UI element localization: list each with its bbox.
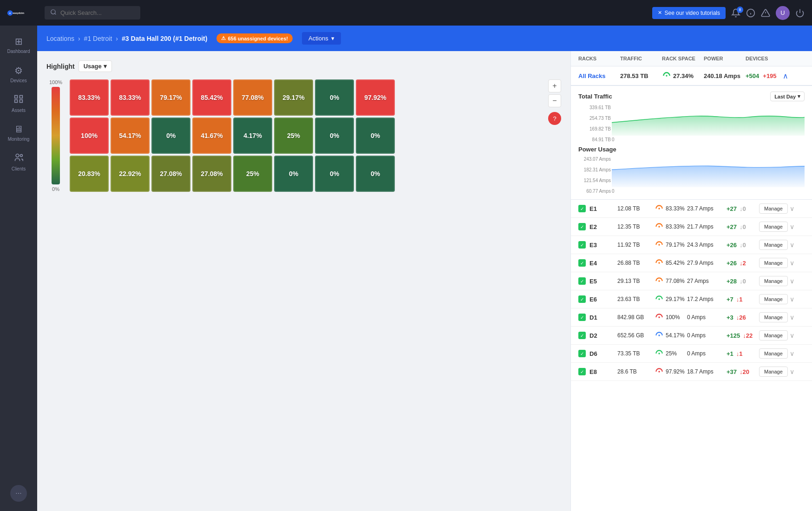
video-tutorials-button[interactable]: ✕ See our video tutorials bbox=[652, 7, 726, 19]
heatmap-cell-0-2[interactable]: 79.17% bbox=[151, 79, 190, 116]
all-racks-collapse-button[interactable]: ∧ bbox=[783, 72, 788, 80]
sidebar-item-assets[interactable]: Assets bbox=[0, 89, 37, 118]
rack-row-e4[interactable]: ✓ E4 26.88 TB 85.42% 27.9 Amps +26 ↓2 Ma… bbox=[571, 254, 812, 272]
breadcrumb-detroit[interactable]: #1 Detroit bbox=[84, 35, 112, 42]
rack-id-e6: E6 bbox=[589, 296, 617, 303]
manage-button-e2[interactable]: Manage bbox=[759, 222, 788, 232]
rack-expand-icon-e3[interactable]: ∨ bbox=[790, 241, 794, 249]
sidebar-item-monitoring[interactable]: 🖥 Monitoring bbox=[0, 118, 37, 147]
rack-expand-icon-e2[interactable]: ∨ bbox=[790, 223, 794, 230]
manage-button-d2[interactable]: Manage bbox=[759, 330, 788, 341]
rack-power-e4: 27.9 Amps bbox=[687, 260, 727, 266]
rack-checkbox-d6[interactable]: ✓ bbox=[578, 350, 586, 357]
rack-checkbox-e5[interactable]: ✓ bbox=[578, 277, 586, 285]
rack-traffic-pct-e1: 83.33% bbox=[655, 204, 687, 213]
heatmap-cell-1-6[interactable]: 0% bbox=[315, 118, 354, 154]
rack-row-e6[interactable]: ✓ E6 23.63 TB 29.17% 17.2 Amps +7 ↓1 Man… bbox=[571, 290, 812, 308]
manage-button-e4[interactable]: Manage bbox=[759, 258, 788, 268]
breadcrumb-locations[interactable]: Locations bbox=[46, 35, 74, 42]
rack-expand-icon-e8[interactable]: ∨ bbox=[790, 368, 794, 375]
warning-icon[interactable] bbox=[761, 8, 770, 18]
sidebar-item-devices[interactable]: ⚙ Devices bbox=[0, 59, 37, 89]
sidebar-more-button[interactable]: ··· bbox=[10, 485, 27, 502]
avatar[interactable]: U bbox=[776, 6, 790, 20]
heatmap-cell-2-3[interactable]: 27.08% bbox=[192, 156, 231, 192]
rack-expand-icon-e5[interactable]: ∨ bbox=[790, 277, 794, 285]
heatmap-cell-1-3[interactable]: 41.67% bbox=[192, 118, 231, 154]
rack-checkbox-e3[interactable]: ✓ bbox=[578, 241, 586, 249]
heatmap-cell-2-0[interactable]: 20.83% bbox=[70, 156, 109, 192]
manage-button-e6[interactable]: Manage bbox=[759, 294, 788, 304]
heatmap-cell-0-6[interactable]: 0% bbox=[315, 79, 354, 116]
rack-id-d1: D1 bbox=[589, 314, 617, 321]
heatmap-cell-0-3[interactable]: 85.42% bbox=[192, 79, 231, 116]
rack-checkbox-e8[interactable]: ✓ bbox=[578, 368, 586, 375]
rack-traffic-e6: 23.63 TB bbox=[617, 296, 655, 302]
manage-button-d6[interactable]: Manage bbox=[759, 348, 788, 359]
heatmap-cell-2-7[interactable]: 0% bbox=[356, 156, 395, 192]
help-button[interactable]: ? bbox=[548, 112, 561, 125]
rack-checkbox-e1[interactable]: ✓ bbox=[578, 205, 586, 212]
rack-checkbox-d1[interactable]: ✓ bbox=[578, 314, 586, 321]
zoom-out-button[interactable]: − bbox=[548, 94, 561, 107]
rack-expand-icon-e6[interactable]: ∨ bbox=[790, 295, 794, 303]
heatmap-cell-2-2[interactable]: 27.08% bbox=[151, 156, 190, 192]
period-select[interactable]: Last Day ▾ bbox=[770, 92, 805, 101]
sidebar-item-dashboard[interactable]: ⊞ Dashboard bbox=[0, 30, 37, 59]
heatmap-cell-1-1[interactable]: 54.17% bbox=[111, 118, 150, 154]
rack-traffic-e1: 12.08 TB bbox=[617, 205, 655, 212]
heatmap-cell-0-0[interactable]: 83.33% bbox=[70, 79, 109, 116]
heatmap-cell-2-4[interactable]: 25% bbox=[233, 156, 272, 192]
rack-row-e2[interactable]: ✓ E2 12.35 TB 83.33% 21.7 Amps +27 ↓0 Ma… bbox=[571, 218, 812, 236]
heatmap-cell-2-6[interactable]: 0% bbox=[315, 156, 354, 192]
rack-expand-icon-d6[interactable]: ∨ bbox=[790, 350, 794, 357]
unassigned-devices-alert[interactable]: ⚠ 656 unassigned devices! bbox=[216, 33, 293, 43]
heatmap-cell-2-5[interactable]: 0% bbox=[274, 156, 313, 192]
heatmap-cell-0-5[interactable]: 29.17% bbox=[274, 79, 313, 116]
rack-checkbox-e2[interactable]: ✓ bbox=[578, 223, 586, 230]
heatmap-cell-0-4[interactable]: 77.08% bbox=[233, 79, 272, 116]
highlight-select[interactable]: Usage ▾ bbox=[79, 60, 112, 72]
all-racks-row[interactable]: All Racks 278.53 TB 27.34% 240.18 Amps bbox=[571, 66, 812, 86]
heatmap-cell-2-1[interactable]: 22.92% bbox=[111, 156, 150, 192]
info-icon[interactable] bbox=[746, 8, 755, 18]
rack-checkbox-e4[interactable]: ✓ bbox=[578, 259, 586, 267]
rack-row-e3[interactable]: ✓ E3 11.92 TB 79.17% 24.3 Amps +26 ↓0 Ma… bbox=[571, 236, 812, 254]
heatmap-cell-1-5[interactable]: 25% bbox=[274, 118, 313, 154]
rack-row-e8[interactable]: ✓ E8 28.6 TB 97.92% 18.7 Amps +37 ↓20 Ma… bbox=[571, 363, 812, 381]
rack-row-e1[interactable]: ✓ E1 12.08 TB 83.33% 23.7 Amps +27 ↓0 Ma… bbox=[571, 200, 812, 218]
rack-expand-icon-d2[interactable]: ∨ bbox=[790, 332, 794, 339]
manage-button-e3[interactable]: Manage bbox=[759, 240, 788, 250]
heatmap-cell-1-4[interactable]: 4.17% bbox=[233, 118, 272, 154]
rack-row-d2[interactable]: ✓ D2 652.56 GB 54.17% 0 Amps +125 ↓22 Ma… bbox=[571, 327, 812, 345]
rack-row-d1[interactable]: ✓ D1 842.98 GB 100% 0 Amps +3 ↓26 Manage… bbox=[571, 308, 812, 327]
manage-button-d1[interactable]: Manage bbox=[759, 312, 788, 322]
clients-icon bbox=[14, 153, 23, 164]
rack-expand-icon-e1[interactable]: ∨ bbox=[790, 205, 794, 212]
zoom-in-button[interactable]: + bbox=[548, 79, 561, 92]
heatmap-cell-0-1[interactable]: 83.33% bbox=[111, 79, 150, 116]
rack-power-e1: 23.7 Amps bbox=[687, 205, 727, 212]
manage-button-e5[interactable]: Manage bbox=[759, 276, 788, 286]
rack-checkbox-d2[interactable]: ✓ bbox=[578, 332, 586, 339]
manage-button-e8[interactable]: Manage bbox=[759, 367, 788, 377]
notifications-icon[interactable]: 8 bbox=[731, 8, 740, 18]
power-icon[interactable] bbox=[795, 8, 805, 18]
search-input[interactable] bbox=[60, 9, 135, 16]
actions-button[interactable]: Actions ▾ bbox=[302, 32, 341, 45]
heatmap-cell-1-0[interactable]: 100% bbox=[70, 118, 109, 154]
rack-row-d6[interactable]: ✓ D6 73.35 TB 25% 0 Amps +1 ↓1 Manage ∨ bbox=[571, 345, 812, 363]
rack-checkbox-e6[interactable]: ✓ bbox=[578, 295, 586, 303]
manage-button-e1[interactable]: Manage bbox=[759, 203, 788, 214]
heatmap-cell-0-7[interactable]: 97.92% bbox=[356, 79, 395, 116]
rack-expand-icon-d1[interactable]: ∨ bbox=[790, 314, 794, 321]
rack-expand-icon-e4[interactable]: ∨ bbox=[790, 259, 794, 267]
heatmap-cell-1-7[interactable]: 0% bbox=[356, 118, 395, 154]
heatmap-cell-1-2[interactable]: 0% bbox=[151, 118, 190, 154]
rack-row-e5[interactable]: ✓ E5 29.13 TB 77.08% 27 Amps +28 ↓0 Mana… bbox=[571, 272, 812, 290]
sidebar-item-clients[interactable]: Clients bbox=[0, 147, 37, 177]
rack-id-d2: D2 bbox=[589, 332, 617, 339]
svg-point-19 bbox=[658, 244, 660, 245]
rack-traffic-icon-e5 bbox=[655, 276, 664, 286]
search-container[interactable] bbox=[45, 6, 140, 20]
